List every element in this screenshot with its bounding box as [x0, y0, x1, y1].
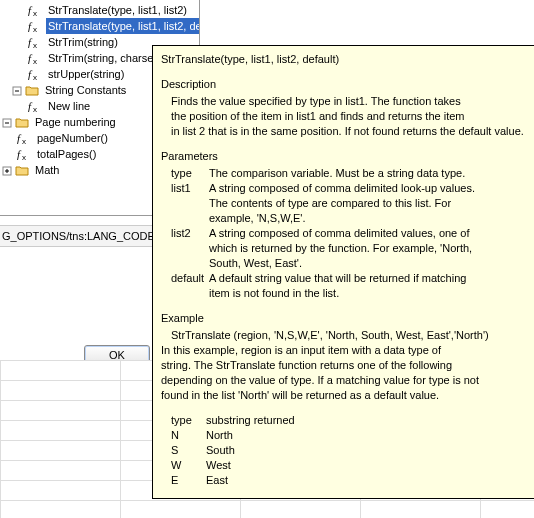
- parameters-heading: Parameters: [161, 149, 534, 164]
- fx-icon: fx: [28, 20, 44, 33]
- tree-item-label: totalPages(): [35, 146, 98, 162]
- tree-item[interactable]: fx StrTranslate(type, list1, list2, defa…: [0, 18, 199, 34]
- tooltip-signature: StrTranslate(type, list1, list2, default…: [161, 52, 534, 67]
- svg-text:x: x: [33, 57, 37, 65]
- tree-group-label: Math: [33, 162, 61, 178]
- param-name: list1: [161, 181, 203, 226]
- fx-icon: fx: [28, 100, 44, 113]
- svg-text:x: x: [33, 73, 37, 81]
- table-cell: South: [206, 443, 534, 458]
- param-name: default: [161, 271, 203, 301]
- options-path-bar: G_OPTIONS/tns:LANG_CODE,: [0, 225, 156, 247]
- svg-text:x: x: [33, 105, 37, 113]
- svg-text:x: x: [22, 137, 26, 145]
- example-table: type substring returned N North S South …: [161, 413, 534, 488]
- tree-item[interactable]: fx StrTranslate(type, list1, list2): [0, 2, 199, 18]
- parameters-list: type The comparison variable. Must be a …: [161, 166, 534, 301]
- table-cell: West: [206, 458, 534, 473]
- fx-icon: fx: [28, 68, 44, 81]
- folder-open-icon: [15, 116, 31, 129]
- tree-group-label: Page numbering: [33, 114, 118, 130]
- tree-item-label: pageNumber(): [35, 130, 110, 146]
- tree-item-label: StrTranslate(type, list1, list2): [46, 2, 189, 18]
- tree-item-label: StrTrim(string, charset): [46, 50, 162, 66]
- table-header: type: [171, 413, 206, 428]
- function-help-tooltip: StrTranslate(type, list1, list2, default…: [152, 45, 534, 499]
- table-cell: N: [171, 428, 206, 443]
- param-desc: The comparison variable. Must be a strin…: [209, 166, 534, 181]
- tree-group-label: String Constants: [43, 82, 128, 98]
- svg-text:x: x: [33, 9, 37, 17]
- table-cell: North: [206, 428, 534, 443]
- param-desc: A string composed of comma delimited loo…: [209, 181, 534, 226]
- param-desc: A string composed of comma delimited val…: [209, 226, 534, 271]
- folder-open-icon: [25, 84, 41, 97]
- example-body: StrTranslate (region, 'N,S,W,E', 'North,…: [161, 328, 534, 403]
- expand-icon[interactable]: [2, 165, 13, 176]
- table-cell: S: [171, 443, 206, 458]
- table-header: substring returned: [206, 413, 534, 428]
- table-cell: East: [206, 473, 534, 488]
- tree-item-label: strUpper(string): [46, 66, 126, 82]
- collapse-icon[interactable]: [12, 85, 23, 96]
- collapse-icon[interactable]: [2, 117, 13, 128]
- svg-text:x: x: [33, 25, 37, 33]
- svg-text:x: x: [33, 41, 37, 49]
- example-heading: Example: [161, 311, 534, 326]
- param-name: list2: [161, 226, 203, 271]
- tree-item-label: StrTrim(string): [46, 34, 120, 50]
- tree-item-label: New line: [46, 98, 92, 114]
- fx-icon: fx: [28, 52, 44, 65]
- table-cell: E: [171, 473, 206, 488]
- fx-icon: fx: [28, 4, 44, 17]
- options-path-text: G_OPTIONS/tns:LANG_CODE,: [2, 230, 158, 242]
- param-desc: A default string value that will be retu…: [209, 271, 534, 301]
- table-cell: W: [171, 458, 206, 473]
- folder-icon: [15, 164, 31, 177]
- description-body: Finds the value specified by type in lis…: [161, 94, 534, 139]
- fx-icon: fx: [17, 132, 33, 145]
- fx-icon: fx: [17, 148, 33, 161]
- param-name: type: [161, 166, 203, 181]
- description-heading: Description: [161, 77, 534, 92]
- svg-text:x: x: [22, 153, 26, 161]
- tree-item-label: StrTranslate(type, list1, list2, default…: [46, 18, 200, 34]
- fx-icon: fx: [28, 36, 44, 49]
